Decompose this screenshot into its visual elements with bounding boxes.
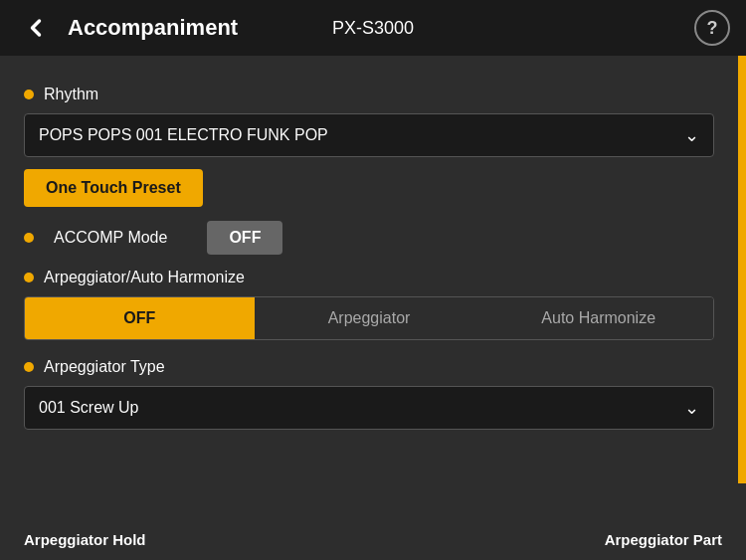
arpeggiator-type-value: 001 Screw Up (39, 399, 139, 417)
tab-arpeggiator[interactable]: Arpeggiator (255, 297, 484, 339)
back-button[interactable] (16, 8, 56, 48)
model-label: PX-S3000 (332, 18, 414, 39)
accomp-mode-toggle[interactable]: OFF (207, 221, 282, 255)
bottom-left-label: Arpeggiator Hold (24, 531, 146, 548)
arpeggiator-tab-group: OFF Arpeggiator Auto Harmonize (24, 296, 714, 340)
arpeggiator-type-section-label: Arpeggiator Type (24, 358, 714, 376)
arpeggiator-section-label: Arpeggiator/Auto Harmonize (24, 269, 714, 286)
one-touch-preset-button[interactable]: One Touch Preset (24, 169, 203, 207)
help-button[interactable]: ? (694, 10, 730, 46)
bottom-labels: Arpeggiator Hold Arpeggiator Part (0, 519, 746, 560)
tab-auto-harmonize[interactable]: Auto Harmonize (483, 297, 713, 339)
header: Accompaniment PX-S3000 ? (0, 0, 746, 56)
accomp-mode-row: ACCOMP Mode OFF (24, 221, 714, 255)
rhythm-dropdown-chevron: ⌄ (684, 124, 699, 146)
arpeggiator-type-dropdown[interactable]: 001 Screw Up ⌄ (24, 386, 714, 430)
accent-bar (738, 56, 746, 483)
arpeggiator-type-chevron: ⌄ (684, 397, 699, 419)
arpeggiator-bullet (24, 273, 34, 282)
bottom-right-label: Arpeggiator Part (605, 531, 722, 548)
accomp-bullet (24, 233, 34, 243)
rhythm-dropdown-value: POPS POPS 001 ELECTRO FUNK POP (39, 126, 328, 144)
tab-off[interactable]: OFF (25, 297, 255, 339)
rhythm-dropdown[interactable]: POPS POPS 001 ELECTRO FUNK POP ⌄ (24, 113, 714, 157)
accomp-mode-label: ACCOMP Mode (54, 229, 167, 247)
rhythm-bullet (24, 90, 34, 99)
arpeggiator-type-bullet (24, 362, 34, 372)
main-content: Rhythm POPS POPS 001 ELECTRO FUNK POP ⌄ … (0, 56, 746, 446)
rhythm-section-label: Rhythm (24, 86, 714, 103)
page-title: Accompaniment (68, 15, 238, 41)
